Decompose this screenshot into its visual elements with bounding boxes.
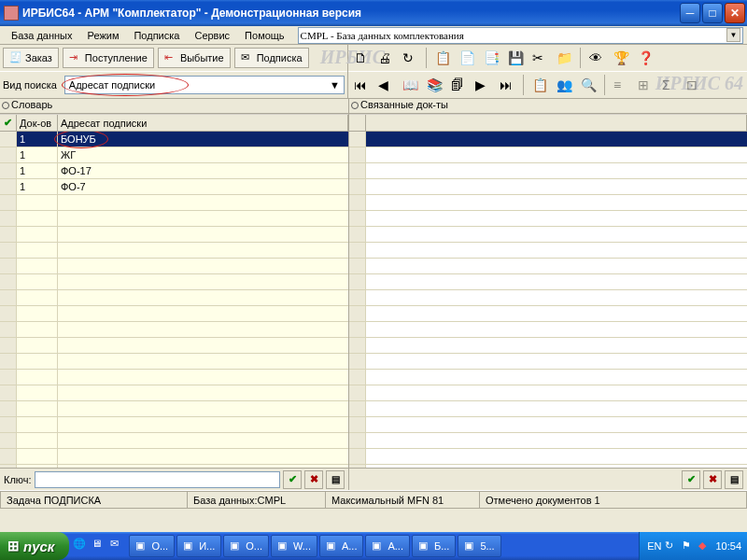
ql-desktop-icon[interactable]: 🖥 (92, 538, 108, 554)
table-row[interactable] (349, 163, 747, 179)
toolbar-folder-icon[interactable]: 📁 (554, 48, 574, 68)
table-row[interactable] (349, 179, 747, 195)
nav-books-icon[interactable]: 📚 (424, 75, 444, 95)
toolbar-new-icon[interactable]: 🗋 (351, 48, 372, 68)
table-row[interactable] (349, 449, 747, 465)
table-row[interactable] (349, 243, 747, 259)
linked-col-mark[interactable] (349, 115, 366, 131)
table-row[interactable] (349, 147, 747, 163)
nav-next-icon[interactable]: ▶ (472, 75, 493, 95)
col-mark[interactable]: ✔ (0, 115, 17, 131)
key-input[interactable] (35, 471, 280, 488)
menu-database[interactable]: База данных (4, 28, 80, 43)
table-row[interactable] (349, 259, 747, 274)
tab-disposal[interactable]: ⇤ Выбытие (158, 48, 231, 68)
tab-subscription[interactable]: ✉ Подписка (234, 48, 309, 68)
linked-col-main[interactable] (366, 115, 747, 131)
key-ok-button[interactable]: ✔ (283, 470, 302, 489)
taskbar-app-button[interactable]: ▣Б... (412, 535, 456, 557)
menu-mode[interactable]: Режим (80, 28, 127, 43)
nav-book-icon[interactable]: 📖 (400, 75, 420, 95)
taskbar-app-button[interactable]: ▣5... (458, 535, 500, 557)
table-row[interactable] (0, 433, 348, 449)
linked-ok-button[interactable]: ✔ (682, 470, 700, 489)
window-close-button[interactable]: ✕ (725, 3, 745, 23)
table-row[interactable] (349, 274, 747, 290)
taskbar-app-button[interactable]: ▣W... (271, 535, 317, 557)
table-row[interactable] (0, 306, 348, 322)
table-row[interactable] (349, 306, 747, 322)
table-row[interactable] (349, 132, 747, 147)
tray-flag-icon[interactable]: ⚑ (682, 539, 695, 553)
table-row[interactable]: 1БОНУБ (0, 132, 348, 147)
toolbar-print-icon[interactable]: 🖨 (375, 48, 396, 68)
linked-cancel-button[interactable]: ✖ (703, 470, 722, 489)
table-row[interactable] (349, 227, 747, 243)
tray-refresh-icon[interactable]: ↻ (665, 539, 678, 553)
table-row[interactable] (349, 211, 747, 227)
table-row[interactable] (349, 465, 747, 468)
table-row[interactable] (349, 433, 747, 449)
table-row[interactable] (349, 385, 747, 401)
table-row[interactable] (349, 290, 747, 306)
table-row[interactable]: 1ЖГ (0, 147, 348, 163)
linked-extra-button[interactable]: ▤ (725, 470, 743, 489)
col-docov[interactable]: Док-ов (17, 115, 58, 131)
nav-copy-icon[interactable]: 🗐 (448, 75, 469, 95)
taskbar-app-button[interactable]: ▣О... (223, 535, 269, 557)
tab-order[interactable]: 🧾 Заказ (3, 48, 59, 68)
toolbar-cut-icon[interactable]: ✂ (529, 48, 550, 68)
key-cancel-button[interactable]: ✖ (304, 470, 323, 489)
table-row[interactable] (349, 322, 747, 338)
toolbar-save-icon[interactable]: 💾 (505, 48, 526, 68)
table-row[interactable] (0, 385, 348, 401)
table-row[interactable] (0, 322, 348, 338)
linked-docs-grid[interactable] (349, 114, 747, 468)
table-row[interactable] (349, 338, 747, 354)
toolbar-copy-icon[interactable]: 📋 (432, 48, 453, 68)
table-row[interactable] (0, 243, 348, 259)
table-row[interactable]: 1ФО-7 (0, 179, 348, 195)
table-row[interactable] (349, 370, 747, 385)
tray-shield-icon[interactable]: ◆ (698, 539, 712, 553)
tray-lang[interactable]: EN (647, 540, 661, 552)
table-row[interactable] (349, 401, 747, 417)
table-row[interactable] (349, 195, 747, 211)
toolbar-doc-icon[interactable]: 📑 (481, 48, 501, 68)
taskbar-app-button[interactable]: ▣А... (319, 535, 364, 557)
table-row[interactable] (0, 449, 348, 465)
taskbar-app-button[interactable]: ▣И... (176, 535, 221, 557)
toolbar-help-icon[interactable]: ❓ (635, 48, 655, 68)
col-addr[interactable]: Адресат подписки (58, 115, 348, 131)
ql-ie-icon[interactable]: 🌐 (73, 538, 90, 554)
table-row[interactable] (0, 195, 348, 211)
nav-prev-icon[interactable]: ◀ (375, 75, 396, 95)
toolbar-view-icon[interactable]: 👁 (586, 48, 607, 68)
table-row[interactable] (349, 417, 747, 433)
table-row[interactable] (0, 274, 348, 290)
database-selector[interactable]: CMPL - База данных комплектования ▼ (298, 27, 743, 44)
window-minimize-button[interactable]: ─ (680, 3, 700, 23)
table-row[interactable] (0, 401, 348, 417)
start-button[interactable]: ⊞ пуск (0, 532, 69, 560)
menu-subscription[interactable]: Подписка (126, 28, 187, 43)
toolbar-trophy-icon[interactable]: 🏆 (611, 48, 631, 68)
key-extra-button[interactable]: ▤ (326, 470, 345, 489)
table-row[interactable] (0, 354, 348, 370)
menu-help[interactable]: Помощь (237, 28, 292, 43)
toolbar-search-icon[interactable]: 🔍 (578, 75, 599, 95)
nav-first-icon[interactable]: ⏮ (351, 75, 372, 95)
table-row[interactable] (0, 211, 348, 227)
toolbar-refresh-icon[interactable]: ↻ (400, 48, 420, 68)
table-row[interactable] (0, 290, 348, 306)
table-row[interactable] (0, 417, 348, 433)
dictionary-grid[interactable]: ✔ Док-ов Адресат подписки 1БОНУБ1ЖГ1ФО-1… (0, 114, 348, 468)
taskbar-app-button[interactable]: ▣А... (365, 535, 410, 557)
nav-last-icon[interactable]: ⏭ (497, 75, 517, 95)
taskbar-app-button[interactable]: ▣O... (129, 535, 175, 557)
toolbar-list-icon[interactable]: 📋 (529, 75, 550, 95)
table-row[interactable] (0, 227, 348, 243)
toolbar-users-icon[interactable]: 👥 (554, 75, 574, 95)
window-maximize-button[interactable]: □ (702, 3, 723, 23)
table-row[interactable] (0, 259, 348, 274)
